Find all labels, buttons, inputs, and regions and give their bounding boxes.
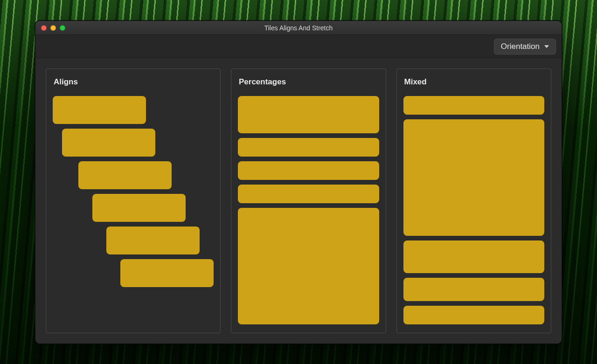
tile: [106, 227, 200, 254]
tile: [403, 119, 545, 236]
tile: [238, 96, 379, 133]
tile: [238, 161, 379, 180]
tile: [78, 161, 172, 189]
panel-mixed: Mixed: [396, 69, 552, 333]
tile: [238, 185, 379, 203]
chevron-down-icon: [544, 45, 549, 48]
minimize-icon[interactable]: [50, 25, 56, 31]
tile: [62, 129, 155, 157]
tile: [403, 306, 545, 324]
panel-aligns: Aligns: [46, 69, 221, 333]
content-area: Aligns Percentages Mixed: [35, 58, 562, 343]
zoom-icon[interactable]: [60, 25, 65, 31]
orientation-dropdown[interactable]: Orientation: [494, 39, 556, 55]
tile: [403, 96, 545, 115]
panel-percentages: Percentages: [231, 69, 386, 333]
aligns-stack: [53, 96, 214, 324]
tile: [238, 138, 379, 157]
tile: [403, 240, 545, 273]
close-icon[interactable]: [41, 25, 47, 31]
panel-title: Aligns: [54, 77, 213, 87]
mixed-stack: [403, 96, 545, 324]
titlebar[interactable]: Tiles Aligns And Stretch: [35, 21, 562, 35]
panel-title: Percentages: [239, 77, 378, 87]
window-title: Tiles Aligns And Stretch: [35, 24, 562, 32]
orientation-dropdown-label: Orientation: [501, 42, 540, 51]
window-controls: [41, 25, 65, 31]
tile: [120, 259, 214, 287]
toolbar: Orientation: [35, 35, 562, 58]
tile: [238, 208, 379, 324]
percentages-stack: [238, 96, 379, 324]
panel-title: Mixed: [404, 77, 544, 87]
tile: [403, 278, 545, 301]
app-window: Tiles Aligns And Stretch Orientation Ali…: [35, 21, 562, 344]
tile: [53, 96, 146, 124]
tile: [92, 194, 186, 222]
